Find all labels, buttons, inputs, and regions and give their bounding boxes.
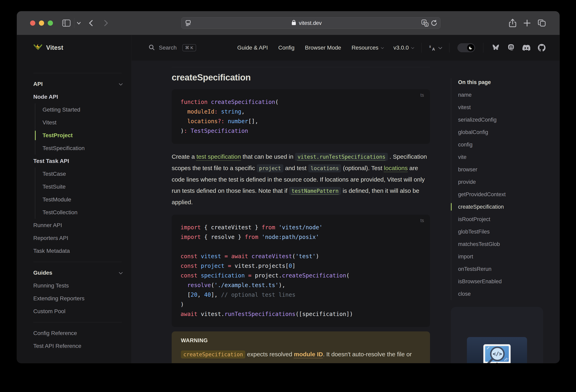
outline-item-isbrowserenabled[interactable]: isBrowserEnabled — [458, 275, 550, 288]
code-link-testnamepattern[interactable]: testNamePattern — [289, 187, 341, 195]
sidebar-item-task-metadata[interactable]: Task Metadata — [33, 244, 122, 257]
new-tab-icon[interactable] — [523, 11, 531, 35]
sidebar-group-api[interactable]: API — [33, 78, 122, 90]
code-token — [228, 253, 231, 260]
sidebar-item-runner-api[interactable]: Runner API — [33, 219, 122, 232]
share-icon[interactable] — [509, 11, 517, 35]
url-text: vitest.dev — [299, 20, 322, 26]
outline-item-globalconfig[interactable]: globalConfig — [458, 126, 550, 138]
nav-link-config[interactable]: Config — [278, 45, 294, 51]
code-token: vitest.projects[ — [231, 263, 289, 269]
text: and test — [283, 165, 308, 171]
code-token: : — [184, 128, 187, 134]
outline-item-import[interactable]: import — [458, 250, 550, 263]
theme-toggle[interactable] — [458, 43, 475, 52]
sidebar-item-testspecification[interactable]: TestSpecification — [43, 142, 122, 155]
code-block-example: ts import { createVitest } from 'vitest/… — [172, 215, 430, 327]
github-icon[interactable] — [538, 44, 546, 52]
sponsor-illustration: </> — [467, 337, 527, 363]
link-module-id[interactable]: module ID — [294, 351, 323, 358]
outline-item-vitest[interactable]: vitest — [458, 101, 550, 114]
reader-icon[interactable] — [185, 20, 192, 27]
outline-item-matchestestglob[interactable]: matchesTestGlob — [458, 238, 550, 250]
sidebar-item-test-api-reference[interactable]: Test API Reference — [33, 340, 122, 353]
code-token: const — [180, 272, 197, 279]
sidebar-item-testsuite[interactable]: TestSuite — [43, 180, 122, 193]
doc-content: createSpecification ts function createSp… — [172, 60, 430, 363]
link-locations[interactable]: locations — [384, 165, 407, 171]
code-token: 0 — [288, 263, 292, 269]
sidebar-item-vitest[interactable]: Vitest — [43, 116, 122, 129]
code-token: string — [221, 108, 241, 115]
nav-link-guide-api[interactable]: Guide & API — [237, 45, 268, 51]
code-token: , — [197, 292, 204, 298]
sidebar-toggle-icon[interactable] — [62, 11, 71, 35]
mastodon-icon[interactable] — [507, 44, 515, 52]
chevron-down-icon — [119, 82, 123, 86]
sidebar-item-testcollection[interactable]: TestCollection — [43, 206, 122, 219]
sidebar-item-getting-started[interactable]: Getting Started — [43, 103, 122, 116]
code-token: locations — [187, 118, 218, 124]
outline-item-close[interactable]: close — [458, 288, 550, 300]
forward-button[interactable] — [102, 11, 110, 35]
language-menu[interactable]: ẍ A — [429, 44, 441, 51]
code-line: locations?: number[], — [180, 117, 421, 126]
outline-item-globtestfiles[interactable]: globTestFiles — [458, 225, 550, 238]
inline-code: project — [257, 164, 284, 172]
code-line: moduleId: string, — [180, 107, 421, 117]
discord-icon[interactable] — [522, 44, 530, 51]
code-token: ?: — [218, 118, 224, 124]
sidebar-item-running-tests[interactable]: Running Tests — [33, 279, 122, 292]
outline-item-vite[interactable]: vite — [458, 151, 550, 163]
sidebar-item-custom-pool[interactable]: Custom Pool — [33, 305, 122, 318]
sidebar-item-extending-reporters[interactable]: Extending Reporters — [33, 292, 122, 305]
sidebar-item-testcase[interactable]: TestCase — [43, 168, 122, 180]
minimize-window-button[interactable] — [39, 21, 44, 26]
search-button[interactable]: Search ⌘ K — [148, 44, 196, 51]
outline-item-provide[interactable]: provide — [458, 176, 550, 188]
address-bar[interactable]: vitest.dev A x — [181, 17, 440, 29]
nav-link-browser-mode[interactable]: Browser Mode — [305, 45, 341, 51]
code-line — [180, 242, 421, 252]
code-token: ) — [180, 301, 184, 308]
code-link-vitest-runtestspecifications[interactable]: vitest.runTestSpecifications — [295, 153, 388, 161]
outline-item-ontestsrerun[interactable]: onTestsRerun — [458, 263, 550, 275]
nav-menu-resources[interactable]: Resources — [352, 45, 383, 51]
logo[interactable]: Vitest — [17, 35, 131, 60]
sidebar-item-testproject[interactable]: TestProject — [43, 129, 122, 142]
code-line: import { resolve } from 'node:path/posix… — [180, 232, 421, 242]
outline-item-name[interactable]: name — [458, 89, 550, 101]
translate-page-icon[interactable]: A x — [421, 19, 429, 27]
code-token: ), — [279, 282, 285, 288]
back-button[interactable] — [87, 11, 95, 35]
tab-overview-icon[interactable] — [538, 11, 546, 35]
sidebar-menu-chevron-icon[interactable] — [76, 11, 82, 35]
code-token: function — [180, 99, 208, 105]
outline-item-isrootproject[interactable]: isRootProject — [458, 213, 550, 225]
code-token: await — [231, 253, 248, 260]
bluesky-icon[interactable] — [492, 44, 500, 51]
outline-item-config[interactable]: config — [458, 138, 550, 151]
sponsor-card[interactable]: </> — [451, 307, 543, 363]
code-token: = — [228, 263, 231, 269]
browser-window: vitest.dev A x — [17, 11, 560, 363]
outline-item-browser[interactable]: browser — [458, 163, 550, 176]
outline-item-getprovidedcontext[interactable]: getProvidedContext — [458, 188, 550, 201]
outline-item-createspecification[interactable]: createSpecification — [458, 201, 550, 213]
text: Create a — [172, 153, 196, 160]
close-window-button[interactable] — [30, 21, 35, 26]
warning-body: createSpecification expects resolved mod… — [181, 348, 421, 363]
link-test-specification[interactable]: test specification — [196, 153, 241, 160]
sidebar-item-reporters-api[interactable]: Reporters API — [33, 232, 122, 244]
code-token — [187, 128, 191, 134]
zoom-window-button[interactable] — [48, 21, 53, 26]
sidebar-item-config-reference[interactable]: Config Reference — [33, 327, 122, 340]
code-token: 'node:path/posix' — [262, 234, 319, 240]
code-token: const — [180, 263, 197, 269]
nav-menu-version[interactable]: v3.0.0 — [394, 45, 413, 51]
code-token: 'test' — [295, 253, 316, 260]
sidebar-item-testmodule[interactable]: TestModule — [43, 193, 122, 206]
reload-icon[interactable] — [431, 20, 437, 27]
sidebar-group-guides[interactable]: Guides — [33, 266, 122, 279]
outline-item-serializedconfig[interactable]: serializedConfig — [458, 114, 550, 126]
